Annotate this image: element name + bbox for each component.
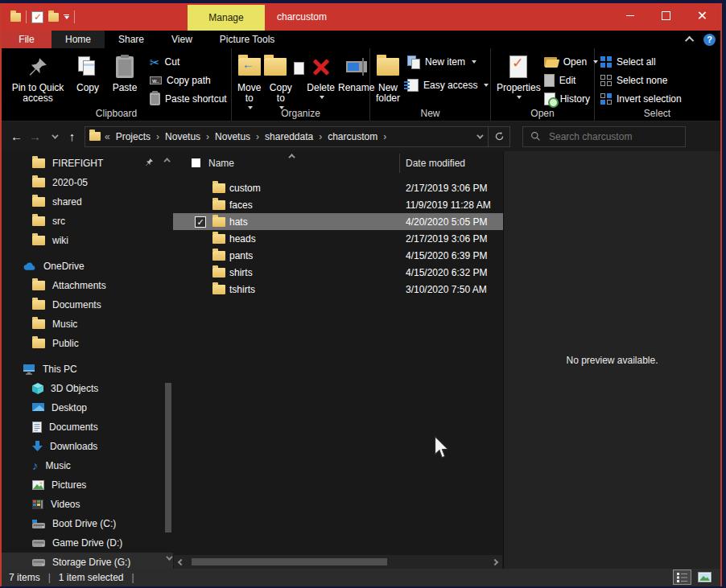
breadcrumb-segment[interactable]: Projects: [111, 127, 155, 146]
sidebar-item-2020-05[interactable]: 2020-05: [2, 173, 173, 192]
details-view-button[interactable]: [673, 569, 691, 585]
customize-qat-icon[interactable]: [64, 14, 69, 19]
move-to-button[interactable]: ← Move to: [236, 52, 262, 110]
breadcrumb[interactable]: « Projects › Novetus › Novetus › sharedd…: [85, 126, 489, 147]
properties-button[interactable]: Properties: [495, 52, 542, 100]
properties-icon[interactable]: [31, 11, 43, 23]
horizontal-scrollbar[interactable]: [174, 555, 502, 569]
sidebar-scrollbar[interactable]: [163, 151, 173, 569]
column-header-name[interactable]: Name: [208, 158, 234, 169]
easy-access-button[interactable]: Easy access: [407, 76, 489, 94]
status-bar: 7 items | 1 item selected |: [2, 569, 720, 586]
delete-button[interactable]: Delete: [305, 52, 336, 100]
select-none-icon: [600, 75, 612, 86]
invert-selection-button[interactable]: Invert selection: [600, 90, 682, 108]
sidebar-item-src[interactable]: src: [2, 212, 173, 231]
column-divider[interactable]: [399, 154, 400, 173]
collapse-ribbon-icon[interactable]: [685, 36, 694, 45]
tab-picture-tools[interactable]: Picture Tools: [206, 31, 288, 48]
copy-path-button[interactable]: w.. Copy path: [150, 72, 227, 89]
paste-button[interactable]: Paste: [105, 52, 144, 94]
search-box[interactable]: [522, 126, 686, 147]
file-row-faces[interactable]: faces 11/9/2019 11:28 AM: [173, 196, 503, 213]
file-menu-button[interactable]: File: [2, 31, 52, 48]
sidebar-item-this-pc[interactable]: This PC: [2, 360, 173, 379]
sidebar-item-wiki[interactable]: wiki: [2, 231, 173, 250]
sidebar-item-music[interactable]: ♪ Music: [2, 456, 173, 475]
cut-button[interactable]: ✂ Cut: [150, 53, 227, 71]
folder-icon[interactable]: [10, 13, 21, 22]
copy-to-button[interactable]: Copy to: [262, 52, 299, 110]
sidebar-item-documents[interactable]: Documents: [2, 417, 173, 437]
address-dropdown-icon[interactable]: [476, 132, 483, 138]
sidebar-item-firefight[interactable]: FIREFIGHT: [2, 154, 173, 173]
paste-shortcut-button[interactable]: Paste shortcut: [150, 90, 227, 108]
main-area: FIREFIGHT 2020-05 shared src wiki: [2, 151, 720, 569]
file-row-shirts[interactable]: shirts 4/15/2020 6:32 PM: [173, 264, 503, 281]
preview-pane: No preview available.: [503, 151, 720, 569]
pin-to-quick-access-button[interactable]: Pin to Quick access: [6, 52, 70, 105]
row-checkbox[interactable]: ✓: [195, 216, 206, 228]
tab-share[interactable]: Share: [105, 31, 158, 48]
scroll-up-icon[interactable]: [163, 158, 170, 164]
sidebar-item-documents-onedrive[interactable]: Documents: [2, 295, 173, 315]
help-icon[interactable]: ?: [703, 34, 716, 46]
up-icon[interactable]: ↑: [63, 127, 81, 146]
breadcrumb-overflow[interactable]: «: [104, 131, 111, 142]
folder-icon: [32, 236, 45, 245]
refresh-icon: [494, 131, 505, 142]
scroll-right-icon[interactable]: [492, 559, 498, 565]
sidebar-item-videos[interactable]: Videos: [2, 495, 173, 514]
scroll-left-icon[interactable]: [178, 559, 184, 565]
sidebar-item-game-drive-d[interactable]: Game Drive (D:): [2, 533, 173, 553]
copy-button[interactable]: Copy: [70, 52, 105, 94]
edit-button[interactable]: Edit: [544, 72, 598, 89]
sidebar-item-boot-drive-c[interactable]: Boot Drive (C:): [2, 514, 173, 533]
file-row-heads[interactable]: heads 2/17/2019 3:06 PM: [173, 230, 503, 247]
sidebar-item-pictures[interactable]: Pictures: [2, 475, 173, 495]
refresh-button[interactable]: [489, 126, 510, 147]
breadcrumb-segment[interactable]: Novetus: [160, 127, 205, 146]
new-folder-button[interactable]: New folder: [374, 52, 402, 105]
tab-view[interactable]: View: [158, 31, 206, 48]
column-header-date-modified[interactable]: Date modified: [406, 158, 465, 169]
column-headers: Name Date modified: [173, 151, 503, 175]
cut-icon: ✂: [150, 56, 160, 68]
history-button[interactable]: History: [544, 90, 598, 108]
file-row-custom[interactable]: custom 2/17/2019 3:06 PM: [173, 179, 503, 196]
sidebar-item-shared[interactable]: shared: [2, 192, 173, 212]
new-folder-icon[interactable]: [48, 13, 59, 22]
scrollbar-thumb[interactable]: [192, 558, 387, 565]
close-button[interactable]: ✕: [684, 3, 720, 28]
sidebar-item-downloads[interactable]: Downloads: [2, 437, 173, 456]
breadcrumb-segment[interactable]: Novetus: [210, 127, 255, 146]
sidebar-item-attachments[interactable]: Attachments: [2, 276, 173, 295]
select-all-button[interactable]: Select all: [600, 53, 682, 71]
file-row-tshirts[interactable]: tshirts 3/10/2020 7:50 AM: [173, 281, 503, 298]
thumbnail-view-button[interactable]: [695, 569, 714, 585]
search-input[interactable]: [547, 130, 671, 143]
search-icon: [530, 131, 541, 142]
sidebar-item-public[interactable]: Public: [2, 334, 173, 353]
tab-home[interactable]: Home: [52, 31, 105, 48]
recent-locations-icon[interactable]: [44, 127, 63, 146]
file-row-hats[interactable]: ✓ hats 4/20/2020 5:05 PM: [173, 213, 503, 230]
breadcrumb-segment[interactable]: shareddata: [260, 127, 318, 146]
forward-icon[interactable]: →: [26, 127, 44, 146]
scrollbar-thumb[interactable]: [165, 383, 171, 532]
select-none-button[interactable]: Select none: [600, 72, 682, 89]
new-item-button[interactable]: New item: [407, 53, 489, 71]
sidebar-item-desktop[interactable]: Desktop: [2, 398, 173, 417]
sidebar-item-3d-objects[interactable]: 3D Objects: [2, 379, 173, 398]
minimize-button[interactable]: [612, 3, 648, 28]
sidebar-item-music-onedrive[interactable]: Music: [2, 315, 173, 334]
back-icon[interactable]: ←: [7, 127, 26, 146]
select-all-checkbox[interactable]: [192, 158, 200, 167]
manage-contextual-tab[interactable]: Manage: [188, 5, 265, 31]
file-row-pants[interactable]: pants 4/15/2020 6:39 PM: [173, 247, 503, 264]
maximize-button[interactable]: [648, 3, 684, 28]
scroll-down-icon[interactable]: [166, 553, 172, 560]
sidebar-item-onedrive[interactable]: OneDrive: [2, 257, 173, 276]
open-button[interactable]: Open: [544, 53, 598, 71]
breadcrumb-segment[interactable]: charcustom: [323, 127, 382, 146]
